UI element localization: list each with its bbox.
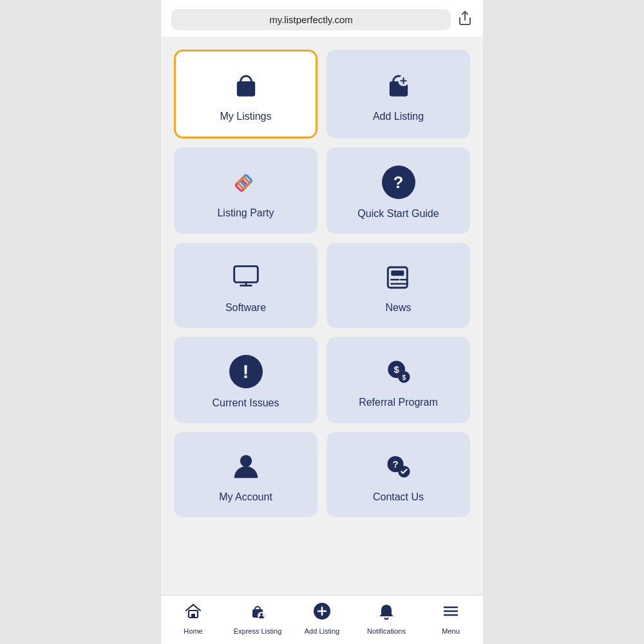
exclamation-circle-icon: ! — [229, 355, 263, 388]
software-label: Software — [225, 302, 266, 314]
chat-question-icon: ? — [383, 450, 415, 482]
newspaper-icon — [383, 261, 415, 293]
listing-party-icon — [230, 166, 262, 198]
grid-item-software[interactable]: Software — [174, 243, 317, 328]
add-listing-label: Add Listing — [373, 111, 424, 122]
nav-item-express-listing[interactable]: Express Listing — [225, 602, 290, 635]
add-listing-nav-icon — [313, 602, 331, 625]
home-nav-label: Home — [184, 627, 202, 635]
bag-plus-icon — [383, 70, 415, 102]
svg-point-22 — [240, 455, 251, 467]
grid-item-my-account[interactable]: My Account — [174, 432, 317, 517]
nav-item-menu[interactable]: Menu — [419, 602, 483, 635]
grid-item-my-listings[interactable]: My Listings — [174, 50, 317, 138]
current-issues-label: Current Issues — [212, 397, 279, 409]
contact-us-label: Contact Us — [373, 491, 424, 503]
monitor-icon — [230, 261, 262, 293]
grid-item-listing-party[interactable]: Listing Party — [174, 147, 317, 234]
dollar-chat-icon: $ $ — [383, 355, 415, 388]
menu-icon — [442, 602, 460, 625]
my-listings-label: My Listings — [220, 111, 271, 122]
express-listing-nav-label: Express Listing — [234, 627, 282, 635]
address-bar: my.listperfectly.com — [161, 0, 483, 37]
bag-icon — [230, 70, 262, 102]
grid-item-news[interactable]: News — [327, 243, 470, 328]
share-icon[interactable] — [457, 10, 473, 29]
person-icon — [230, 450, 262, 482]
my-account-label: My Account — [219, 491, 272, 503]
home-icon — [184, 602, 202, 625]
nav-item-notifications[interactable]: Notifications — [354, 602, 419, 635]
bottom-nav: Home Express Listing — [161, 595, 483, 644]
svg-rect-10 — [234, 266, 258, 282]
phone-frame: my.listperfectly.com My Lis — [161, 0, 483, 644]
express-listing-icon — [249, 602, 267, 625]
svg-rect-27 — [191, 614, 195, 618]
svg-point-30 — [260, 613, 263, 616]
svg-rect-1 — [236, 81, 254, 96]
menu-grid: My Listings Add Listing — [174, 50, 470, 517]
svg-text:$: $ — [393, 364, 399, 375]
bell-icon — [377, 602, 395, 625]
url-field[interactable]: my.listperfectly.com — [171, 9, 451, 30]
url-text: my.listperfectly.com — [269, 14, 352, 25]
grid-item-contact-us[interactable]: ? Contact Us — [327, 432, 470, 517]
listing-party-label: Listing Party — [217, 207, 274, 219]
grid-item-add-listing[interactable]: Add Listing — [327, 50, 470, 138]
nav-item-home[interactable]: Home — [161, 602, 225, 635]
question-circle-icon: ? — [382, 166, 415, 199]
svg-rect-14 — [391, 270, 404, 276]
menu-nav-label: Menu — [442, 627, 460, 635]
add-listing-nav-label: Add Listing — [305, 627, 339, 635]
quick-start-guide-label: Quick Start Guide — [357, 208, 439, 220]
grid-item-current-issues[interactable]: ! Current Issues — [174, 337, 317, 423]
grid-item-quick-start-guide[interactable]: ? Quick Start Guide — [327, 147, 470, 234]
main-content: My Listings Add Listing — [161, 37, 483, 595]
referral-program-label: Referral Program — [359, 397, 438, 408]
notifications-nav-label: Notifications — [367, 627, 406, 635]
news-label: News — [385, 302, 411, 314]
svg-text:?: ? — [392, 459, 398, 469]
svg-text:$: $ — [402, 374, 406, 381]
nav-item-add-listing[interactable]: Add Listing — [290, 602, 354, 635]
grid-item-referral-program[interactable]: $ $ Referral Program — [327, 337, 470, 423]
